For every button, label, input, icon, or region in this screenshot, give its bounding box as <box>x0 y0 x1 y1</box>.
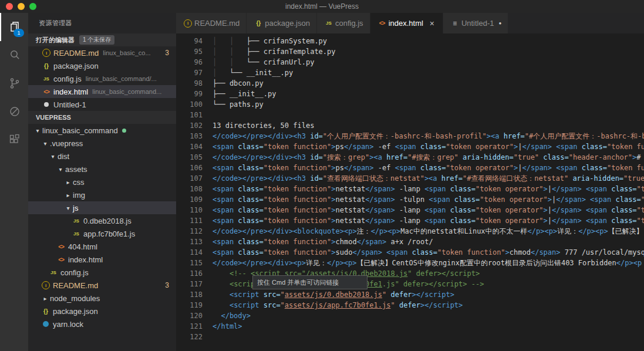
minimize-window-button[interactable] <box>18 3 25 10</box>
code-token: </span> <box>522 164 552 172</box>
line-content[interactable]: │ │ ├── crifanSystem.py <box>203 36 644 46</box>
line-content[interactable]: │ │ ├── crifanTemplate.py <box>203 46 644 57</box>
open-editor-readme-md[interactable]: iREADME.mdlinux_basic_co...3 <box>28 46 176 59</box>
code-token: class= <box>539 153 569 161</box>
code-line: 111<span class="token function">netstat<… <box>176 215 644 226</box>
line-content[interactable]: <span class="token function">netstat</sp… <box>203 205 644 215</box>
close-icon[interactable]: × <box>428 19 436 28</box>
code-token: "token function" <box>264 195 332 204</box>
code-token: 注： <box>357 227 371 235</box>
activity-item-explorer[interactable]: 1 <box>0 13 28 41</box>
open-editor-config-js[interactable]: JSconfig.jslinux_basic_command/... <box>28 72 176 85</box>
line-content[interactable]: <script src="assets/js/app.fc7b0fe1.js" … <box>203 300 644 310</box>
line-content[interactable]: └── paths.py <box>203 99 644 110</box>
tree-item-assets[interactable]: ▾assets <box>28 163 176 176</box>
code-token: netstat <box>336 206 366 214</box>
html-icon: <> <box>41 89 52 95</box>
code-token: ><a <box>487 132 504 140</box>
code-token: " <box>281 301 285 309</box>
tree-item-vuepress[interactable]: ▾.vuepress <box>28 137 176 150</box>
line-content[interactable]: <span class="token function">netstat</sp… <box>203 194 644 205</box>
code-token: <script <box>230 291 264 299</box>
code-token: "token function" <box>264 238 332 246</box>
code-line: 105</code></pre></div><h3 id="搜索：grep"><… <box>176 152 644 163</box>
tab-untitled-1[interactable]: ≡Untitled-1● <box>443 13 508 33</box>
line-content[interactable]: <span class="token function">chmod</span… <box>203 237 644 247</box>
code-token: href= <box>386 153 407 161</box>
tree-item-config-js[interactable]: JSconfig.js <box>28 266 176 279</box>
line-content[interactable]: </code></pre></div><h3 id="个人用户配置文件：-bas… <box>203 131 644 141</box>
tree-item-linux-basic-command[interactable]: ▾linux_basic_command <box>28 124 176 137</box>
code-token: "#查看网络端口状态：netstat" <box>463 174 568 183</box>
zoom-window-button[interactable] <box>29 3 36 10</box>
line-content[interactable]: ├── __init__.py <box>203 89 644 99</box>
code-token: > <box>331 164 335 172</box>
tree-item-label: .vuepress <box>50 139 83 148</box>
tree-item-css[interactable]: ▸css <box>28 176 176 188</box>
line-content[interactable]: </code></pre></div><h3 id="搜索：grep"><a h… <box>203 152 644 163</box>
line-content[interactable]: </code></pre></div><p>详见：</p><p>【已解决】Cen… <box>203 258 644 268</box>
activity-item-search[interactable] <box>0 41 28 69</box>
tree-item-index-html[interactable]: <>index.html <box>28 253 176 266</box>
tree-item-app-fc7b0fe1-js[interactable]: JSapp.fc7b0fe1.js <box>28 227 176 240</box>
code-token: "token function" <box>641 195 644 204</box>
line-content[interactable]: <script src="assets/js/0.dbeb2018.js" de… <box>203 289 644 300</box>
tree-item-package-json[interactable]: {}package.json <box>28 305 176 318</box>
line-content[interactable]: ├── dbcon.py <box>203 78 644 89</box>
file-badge: 3 <box>165 49 169 57</box>
line-content[interactable]: <span class="token function">sudo</span>… <box>203 247 644 258</box>
tree-item-node-modules[interactable]: ▸node_modules <box>28 292 176 305</box>
tree-item-js[interactable]: ▾js <box>28 201 176 214</box>
line-content[interactable]: </body> <box>203 310 644 321</box>
line-content[interactable]: <span class="token function">ps</span> -… <box>203 141 644 152</box>
line-content[interactable]: <span class="token function">ps</span> -… <box>203 163 644 173</box>
code-token: class= <box>238 217 263 225</box>
line-number: 106 <box>176 163 203 173</box>
tab-config-js[interactable]: JSconfig.js <box>317 13 370 33</box>
line-content[interactable]: </code></pre></div><blockquote><p>注：</p>… <box>203 226 644 237</box>
code-line: 106<span class="token function">ps</span… <box>176 163 644 173</box>
code-token: -tulpn <box>395 195 429 204</box>
line-content[interactable] <box>203 332 644 342</box>
activity-item-debug[interactable] <box>0 97 28 126</box>
tab-package-json[interactable]: {}package.json <box>247 13 317 33</box>
tree-item-0-dbeb2018-js[interactable]: JS0.dbeb2018.js <box>28 214 176 227</box>
line-content[interactable]: 13 directories, 50 files <box>203 120 644 131</box>
code-token: a+x /root/ <box>386 238 433 246</box>
line-content[interactable]: <span class="token function">netstat</sp… <box>203 215 644 226</box>
open-editors-header[interactable]: 打开的编辑器 1 个未保存 <box>28 33 176 46</box>
activity-item-source-control[interactable] <box>0 69 28 97</box>
tree-item-img[interactable]: ▸img <box>28 188 176 201</box>
tab-readme-md[interactable]: iREADME.md <box>176 13 247 33</box>
code-token: > <box>331 195 335 204</box>
open-editor-index-html[interactable]: <>index.htmllinux_basic_command... <box>28 85 176 98</box>
tree-item-dist[interactable]: ▾dist <box>28 150 176 163</box>
code-editor[interactable]: 94│ │ ├── crifanSystem.py95│ │ ├── crifa… <box>176 33 644 351</box>
chevron-down-icon: ▾ <box>33 127 42 134</box>
line-content[interactable]: </code></pre></div><h3 id="查看网络端口状态：nets… <box>203 173 644 184</box>
line-number: 121 <box>176 321 203 332</box>
close-window-button[interactable] <box>6 3 13 10</box>
traffic-lights <box>0 3 36 10</box>
code-token: "token function" <box>607 164 644 172</box>
project-section-header[interactable]: VUEPRESS <box>28 111 176 124</box>
line-content[interactable] <box>203 110 644 120</box>
line-content[interactable]: <span class="token function">netstat</sp… <box>203 184 644 194</box>
open-editor-package-json[interactable]: {}package.json <box>28 59 176 72</box>
code-token: class= <box>454 195 480 204</box>
open-editor-untitled-1[interactable]: Untitled-1 <box>28 98 176 111</box>
line-content[interactable]: │ │ └── crifanUrl.py <box>203 57 644 68</box>
code-line: 97│ └── __init__.py <box>176 68 644 78</box>
activity-item-extensions[interactable] <box>0 126 28 154</box>
code-token: "true" <box>623 174 644 183</box>
code-line: 96│ │ └── crifanUrl.py <box>176 57 644 68</box>
tree-item-readme-md[interactable]: iREADME.md3 <box>28 279 176 292</box>
tab-index-html[interactable]: <>index.html× <box>370 13 443 33</box>
line-content[interactable]: </html> <box>203 321 644 332</box>
line-content[interactable]: │ └── __init__.py <box>203 68 644 78</box>
tree-item-yarn-lock[interactable]: yarn.lock <box>28 318 176 330</box>
tree-item-404-html[interactable]: <>404.html <box>28 240 176 253</box>
code-token: "token function" <box>637 185 644 193</box>
tab-label: index.html <box>389 19 423 28</box>
tree-item-label: yarn.lock <box>53 320 83 329</box>
